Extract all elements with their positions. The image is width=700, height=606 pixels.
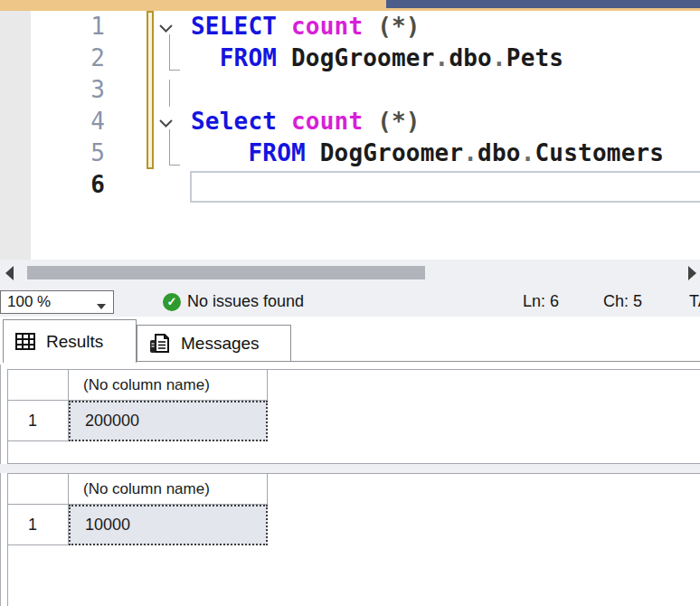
row-header[interactable]: 1: [8, 401, 69, 441]
line-number: 3: [0, 74, 105, 106]
code-token: .: [463, 139, 478, 166]
check-circle-icon: ✓: [163, 293, 181, 311]
ssms-window: 123456 SELECT count (*) FROM DogGroomer.…: [0, 0, 700, 606]
grid-splitter[interactable]: [0, 464, 700, 473]
grid-header-row: (No column name): [8, 370, 700, 401]
code-token: FROM: [220, 44, 277, 71]
outline-guide: [169, 165, 180, 166]
tab-results[interactable]: Results: [3, 319, 137, 363]
line-indicator: Ln: 6: [523, 287, 559, 317]
code-line[interactable]: FROM DogGroomer.dbo.Customers: [191, 137, 664, 169]
tab-messages[interactable]: Messages: [137, 325, 291, 362]
outline-guide: [169, 80, 170, 107]
scrollbar-thumb[interactable]: [27, 266, 425, 279]
code-token: SELECT: [191, 13, 277, 40]
line-number: 1: [0, 11, 105, 43]
column-header[interactable]: (No column name): [69, 370, 268, 401]
code-line[interactable]: Select count (*): [191, 106, 421, 137]
grid-corner-cell[interactable]: [8, 370, 69, 401]
zoom-value: 100 %: [7, 293, 51, 310]
line-number: 2: [0, 43, 105, 74]
char-indicator: Ch: 5: [603, 287, 642, 317]
scroll-right-arrow-icon[interactable]: [688, 266, 696, 280]
code-token: Customers: [535, 139, 665, 166]
line-number: 4: [0, 106, 105, 137]
tabs-indicator: TA: [689, 287, 700, 317]
selected-cell[interactable]: 10000: [69, 505, 268, 545]
message-icon: [149, 333, 170, 355]
code-token: count: [291, 108, 363, 135]
code-token: (*): [377, 13, 421, 40]
horizontal-scrollbar[interactable]: [0, 260, 700, 287]
code-line[interactable]: SELECT count (*): [191, 11, 421, 43]
line-number: 6: [0, 169, 105, 201]
column-header[interactable]: (No column name): [69, 474, 268, 505]
inactive-tab-area[interactable]: [386, 0, 700, 8]
code-token: [191, 44, 220, 71]
outline-guide: [169, 70, 180, 71]
grid-header-row: (No column name): [8, 474, 700, 505]
result-grid-2: (No column name) 1 10000: [7, 473, 700, 606]
issues-status: No issues found: [187, 287, 304, 317]
code-token: [191, 139, 248, 166]
outline-guide: [169, 129, 170, 166]
results-pane: Results Messages (No co: [0, 317, 700, 606]
code-token: [277, 108, 291, 135]
code-token: [363, 108, 377, 135]
code-token: dbo: [478, 139, 521, 166]
code-token: .: [492, 44, 506, 71]
collapse-chevron-icon[interactable]: [158, 21, 174, 31]
editor-status-bar: 100 % ✓ No issues found Ln: 6 Ch: 5 TA: [0, 287, 700, 317]
tab-label: Results: [46, 332, 103, 352]
chevron-down-icon[interactable]: [97, 304, 106, 309]
code-token: [363, 13, 377, 40]
result-grid-1: (No column name) 1 200000: [7, 369, 700, 464]
grid-icon: [15, 333, 35, 350]
code-token: (*): [377, 108, 421, 135]
change-tracking-bar: [147, 11, 154, 169]
line-number: 5: [0, 137, 105, 169]
pane-border: [0, 365, 1, 606]
code-token: dbo: [449, 44, 492, 71]
code-token: [277, 13, 291, 40]
code-token: Pets: [506, 44, 563, 71]
selected-cell[interactable]: 200000: [69, 401, 268, 441]
tab-label: Messages: [181, 334, 260, 354]
collapse-chevron-icon[interactable]: [158, 116, 174, 126]
code-token: count: [291, 13, 363, 40]
zoom-dropdown[interactable]: 100 %: [0, 290, 114, 314]
outline-guide: [169, 34, 170, 71]
code-token: Select: [191, 108, 277, 135]
grid-corner-cell[interactable]: [8, 474, 69, 505]
row-header[interactable]: 1: [8, 505, 69, 545]
scroll-left-arrow-icon[interactable]: [5, 266, 14, 280]
sql-editor[interactable]: 123456 SELECT count (*) FROM DogGroomer.…: [0, 11, 700, 260]
code-token: DogGroomer: [306, 139, 463, 166]
code-token: .: [435, 44, 449, 71]
code-line[interactable]: FROM DogGroomer.dbo.Pets: [191, 43, 563, 74]
code-token: FROM: [248, 139, 305, 166]
code-token: DogGroomer: [277, 44, 434, 71]
table-row: 1 10000: [8, 505, 700, 545]
current-line-highlight: [190, 171, 700, 203]
table-row: 1 200000: [8, 401, 700, 441]
code-token: .: [521, 139, 535, 166]
